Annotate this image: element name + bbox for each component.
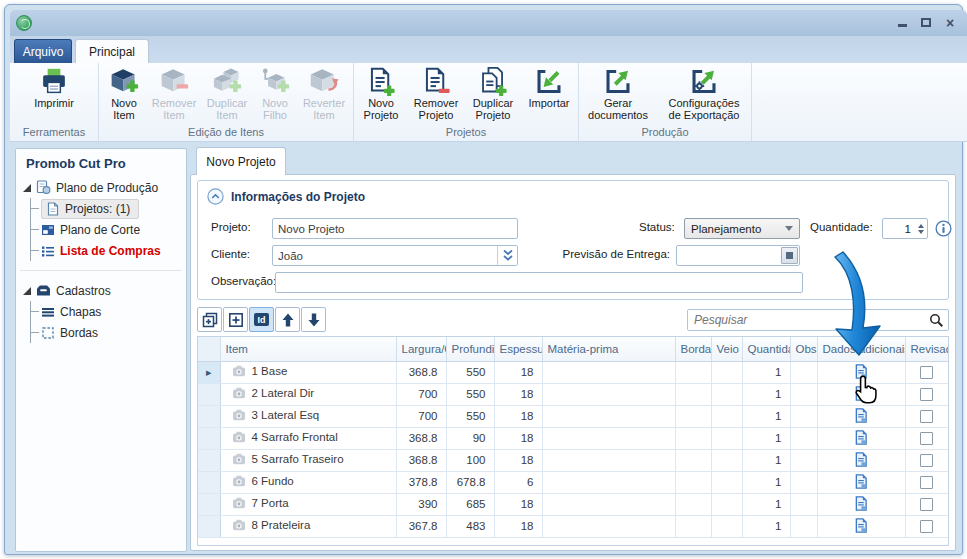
tree-item-chapas[interactable]: Chapas	[31, 301, 186, 322]
veio-cell[interactable]	[711, 515, 742, 537]
tab-principal[interactable]: Principal	[75, 39, 149, 63]
profundidade-cell[interactable]: 550	[446, 361, 494, 383]
item-cell[interactable]: 8 Prateleira	[220, 515, 396, 537]
quantidade-cell[interactable]: 1	[742, 405, 790, 427]
profundidade-cell[interactable]: 483	[446, 515, 494, 537]
item-cell[interactable]: 1 Base	[220, 361, 396, 383]
revisado-cell[interactable]	[905, 515, 948, 537]
maximize-button[interactable]	[919, 16, 933, 30]
obs-cell[interactable]	[790, 449, 817, 471]
revisado-cell[interactable]	[905, 471, 948, 493]
largura-cell[interactable]: 368.8	[396, 427, 446, 449]
quantidade-cell[interactable]: 1	[742, 515, 790, 537]
gerar-documentos-button[interactable]: Gerar documentos	[583, 66, 653, 123]
largura-cell[interactable]: 368.8	[396, 449, 446, 471]
item-cell[interactable]: 2 Lateral Dir	[220, 383, 396, 405]
row-selector[interactable]	[198, 449, 220, 471]
revisado-cell[interactable]	[905, 361, 948, 383]
column-header-espessura[interactable]: Espessura	[494, 337, 542, 361]
espessura-cell[interactable]: 18	[494, 383, 542, 405]
tree-item-projetos[interactable]: Projetos: (1)	[31, 198, 186, 219]
projeto-input[interactable]	[272, 218, 518, 239]
materia-prima-cell[interactable]	[542, 471, 675, 493]
revisado-checkbox[interactable]	[920, 432, 933, 445]
revisado-checkbox[interactable]	[920, 454, 933, 467]
obs-cell[interactable]	[790, 427, 817, 449]
largura-cell[interactable]: 378.8	[396, 471, 446, 493]
profundidade-cell[interactable]: 550	[446, 383, 494, 405]
revisado-cell[interactable]	[905, 383, 948, 405]
borda-cell[interactable]	[675, 361, 711, 383]
column-header-item[interactable]: Item	[220, 337, 396, 361]
novo-projeto-button[interactable]: Novo Projeto	[358, 66, 404, 123]
veio-cell[interactable]	[711, 493, 742, 515]
largura-cell[interactable]: 700	[396, 383, 446, 405]
table-row[interactable]: 8 Prateleira367.8483181	[198, 515, 948, 537]
obs-cell[interactable]	[790, 361, 817, 383]
espessura-cell[interactable]: 18	[494, 515, 542, 537]
expander-icon[interactable]	[23, 287, 31, 295]
table-row[interactable]: 4 Sarrafo Frontal368.890181	[198, 427, 948, 449]
dados-adicionais-cell[interactable]	[817, 449, 905, 471]
observacao-input[interactable]	[275, 272, 803, 293]
column-header-veio[interactable]: Veio	[711, 337, 742, 361]
dados-adicionais-cell[interactable]	[817, 427, 905, 449]
borda-cell[interactable]	[675, 427, 711, 449]
profundidade-cell[interactable]: 685	[446, 493, 494, 515]
revisado-checkbox[interactable]	[920, 388, 933, 401]
borda-cell[interactable]	[675, 493, 711, 515]
espessura-cell[interactable]: 18	[494, 427, 542, 449]
tree-node-plano-de-producao[interactable]: Plano de Produção	[16, 177, 186, 198]
materia-prima-cell[interactable]	[542, 383, 675, 405]
column-header-revisado[interactable]: Revisado	[905, 337, 948, 361]
espessura-cell[interactable]: 18	[494, 449, 542, 471]
imprimir-button[interactable]: Imprimir	[32, 66, 76, 122]
novo-item-button[interactable]: Novo Item	[103, 66, 145, 123]
dados-adicionais-cell[interactable]	[817, 405, 905, 427]
materia-prima-cell[interactable]	[542, 515, 675, 537]
column-header-borda[interactable]: Borda	[675, 337, 711, 361]
quantidade-cell[interactable]: 1	[742, 449, 790, 471]
revisado-checkbox[interactable]	[920, 410, 933, 423]
espessura-cell[interactable]: 18	[494, 361, 542, 383]
profundidade-cell[interactable]: 550	[446, 405, 494, 427]
materia-prima-cell[interactable]	[542, 405, 675, 427]
veio-cell[interactable]	[711, 471, 742, 493]
quantidade-cell[interactable]: 1	[742, 471, 790, 493]
borda-cell[interactable]	[675, 471, 711, 493]
remover-projeto-button[interactable]: Remover Projeto	[410, 66, 462, 123]
largura-cell[interactable]: 390	[396, 493, 446, 515]
row-selector[interactable]: ▸	[198, 361, 220, 383]
obs-cell[interactable]	[790, 405, 817, 427]
move-down-button[interactable]	[301, 307, 326, 332]
table-row[interactable]: 3 Lateral Esq700550181	[198, 405, 948, 427]
materia-prima-cell[interactable]	[542, 493, 675, 515]
cliente-expand-button[interactable]	[497, 246, 517, 265]
tab-novo-projeto[interactable]: Novo Projeto	[196, 147, 286, 175]
item-cell[interactable]: 7 Porta	[220, 493, 396, 515]
title-bar[interactable]: ×	[10, 10, 967, 36]
quantidade-cell[interactable]: 1	[742, 383, 790, 405]
revisado-cell[interactable]	[905, 427, 948, 449]
table-row[interactable]: 2 Lateral Dir700550181	[198, 383, 948, 405]
obs-cell[interactable]	[790, 471, 817, 493]
item-cell[interactable]: 3 Lateral Esq	[220, 405, 396, 427]
veio-cell[interactable]	[711, 449, 742, 471]
borda-cell[interactable]	[675, 449, 711, 471]
revisado-checkbox[interactable]	[920, 520, 933, 533]
revisado-checkbox[interactable]	[920, 476, 933, 489]
quantidade-cell[interactable]: 1	[742, 361, 790, 383]
tree-item-bordas[interactable]: Bordas	[31, 322, 186, 343]
obs-cell[interactable]	[790, 515, 817, 537]
table-row[interactable]: ▸1 Base368.8550181	[198, 361, 948, 383]
table-row[interactable]: 7 Porta390685181	[198, 493, 948, 515]
id-toggle-button[interactable]: Id	[249, 307, 274, 332]
table-row[interactable]: 5 Sarrafo Traseiro368.8100181	[198, 449, 948, 471]
search-icon[interactable]	[929, 313, 944, 328]
materia-prima-cell[interactable]	[542, 449, 675, 471]
obs-cell[interactable]	[790, 493, 817, 515]
expander-icon[interactable]	[23, 184, 31, 192]
dados-adicionais-cell[interactable]	[817, 493, 905, 515]
espessura-cell[interactable]: 18	[494, 405, 542, 427]
row-selector[interactable]	[198, 471, 220, 493]
